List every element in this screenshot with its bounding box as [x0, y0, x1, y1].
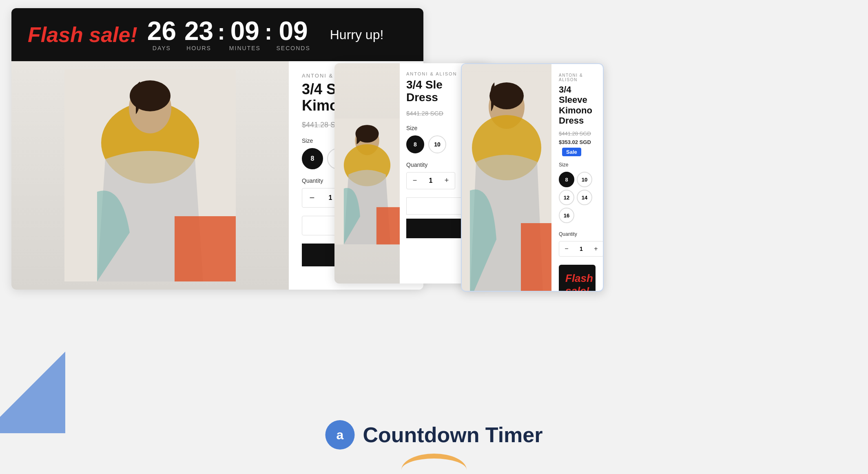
qty-plus-middle[interactable]: +	[438, 173, 455, 189]
hours-unit: 23 HOURS	[184, 18, 213, 51]
qty-minus-main[interactable]: −	[302, 188, 322, 207]
size-section-right: Size 8 10 12 14 16	[559, 162, 596, 223]
hurry-up-text-main: Hurry up!	[330, 27, 384, 42]
label-text: Countdown Timer	[363, 423, 542, 447]
model-figure-main	[11, 61, 289, 290]
qty-minus-right[interactable]: −	[559, 241, 574, 256]
brand-name-right: ANTONI & ALISON	[559, 73, 596, 82]
orange-arc-decoration	[401, 454, 467, 474]
svg-rect-2	[175, 216, 236, 281]
card-right: ANTONI & ALISON 3/4 Sleeve Kimono Dress …	[461, 63, 604, 292]
size-btn-14-right[interactable]: 14	[577, 190, 592, 205]
quantity-control-right: − 1 +	[559, 241, 603, 257]
qty-plus-right[interactable]: +	[589, 241, 603, 256]
sep2: :	[213, 20, 229, 43]
product-image-main	[11, 61, 289, 290]
size-label-right: Size	[559, 162, 596, 168]
days-unit: 26 DAYS	[147, 18, 176, 51]
size-btn-12-right[interactable]: 12	[559, 190, 574, 205]
size-btn-10-middle[interactable]: 10	[428, 135, 446, 153]
countdown-timer-main: 26 DAYS 23 HOURS : 09 MINUTES : 09 SECON…	[147, 18, 310, 51]
days-value: 26	[147, 18, 176, 44]
qty-value-right: 1	[574, 246, 589, 252]
days-label: DAYS	[153, 45, 171, 51]
price-original-middle: $441.28 SGD	[406, 110, 443, 117]
model-svg-right	[462, 72, 551, 291]
size-btn-8-right[interactable]: 8	[559, 172, 574, 187]
label-circle: a	[325, 420, 354, 450]
price-sale-right: $353.02 SGD	[559, 139, 591, 145]
decorative-triangle	[0, 352, 65, 433]
flash-sale-label-right: Flash sale!	[565, 272, 589, 291]
minutes-label: MINUTES	[229, 45, 261, 51]
product-image-right	[462, 64, 551, 291]
model-svg-main	[64, 69, 236, 281]
quantity-section-right: Quantity − 1 +	[559, 231, 596, 257]
bottom-label: a Countdown Timer	[325, 420, 542, 450]
model-figure-middle	[334, 63, 400, 284]
card-right-body: ANTONI & ALISON 3/4 Sleeve Kimono Dress …	[462, 64, 603, 291]
qty-value-middle: 1	[423, 177, 438, 184]
size-btn-8-main[interactable]: 8	[302, 148, 323, 169]
minutes-unit: 09 MINUTES	[229, 18, 261, 51]
flash-sale-banner: Flash sale! 26 DAYS 23 HOURS : 09 MINUTE…	[11, 8, 423, 61]
page-wrapper: Flash sale! 26 DAYS 23 HOURS : 09 MINUTE…	[0, 0, 868, 474]
seconds-label: SECONDS	[276, 45, 310, 51]
qty-minus-middle[interactable]: −	[407, 173, 423, 189]
model-figure-right	[462, 64, 551, 291]
size-btn-16-right[interactable]: 16	[559, 208, 574, 223]
product-image-middle	[334, 63, 400, 284]
product-details-right: ANTONI & ALISON 3/4 Sleeve Kimono Dress …	[551, 64, 603, 291]
product-title-right: 3/4 Sleeve Kimono Dress	[559, 84, 596, 126]
flash-sale-label: Flash sale!	[28, 22, 137, 47]
svg-point-7	[355, 125, 379, 142]
sep3: :	[261, 20, 277, 43]
sale-badge-right: Sale	[562, 148, 581, 156]
model-svg-middle	[334, 71, 400, 284]
minutes-value: 09	[230, 18, 259, 44]
price-original-right: $441.28 SGD	[559, 131, 591, 137]
svg-rect-9	[376, 207, 400, 244]
quantity-label-right: Quantity	[559, 231, 596, 237]
flash-sale-box-right: Flash sale! 26 22 : 10 :	[559, 265, 596, 291]
svg-rect-14	[521, 223, 551, 291]
size-btn-10-right[interactable]: 10	[577, 172, 592, 187]
hours-label: HOURS	[186, 45, 211, 51]
hours-value: 23	[184, 18, 213, 44]
size-btn-8-middle[interactable]: 8	[406, 135, 424, 153]
seconds-value: 09	[279, 18, 308, 44]
quantity-control-middle: − 1 +	[406, 172, 455, 189]
seconds-unit: 09 SECONDS	[276, 18, 310, 51]
size-buttons-right: 8 10 12 14 16	[559, 172, 596, 223]
price-row-right: $441.28 SGD $353.02 SGD Sale	[559, 131, 596, 156]
